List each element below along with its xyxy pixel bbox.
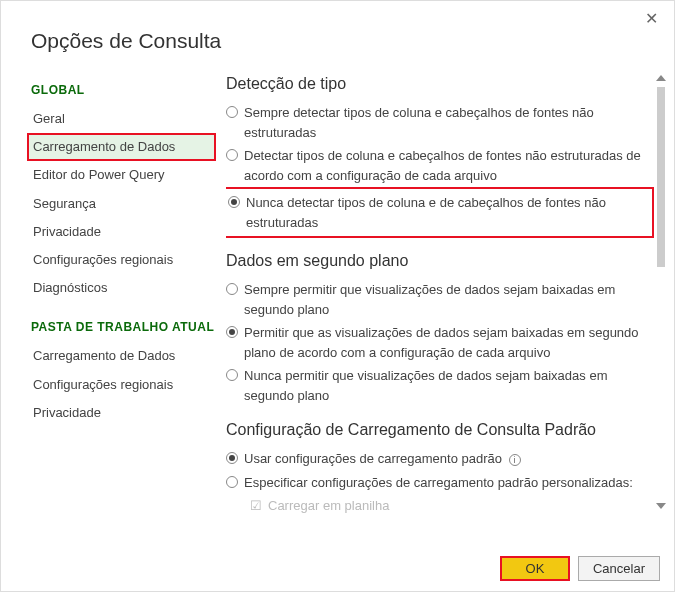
main-panel: Detecção de tipo Sempre detectar tipos d… <box>226 71 674 521</box>
dialog-title: Opções de Consulta <box>1 1 674 71</box>
radio-label: Nunca permitir que visualizações de dado… <box>244 366 654 405</box>
radio-load-custom[interactable]: Especificar configurações de carregament… <box>226 471 654 495</box>
sidebar-item-seguranca[interactable]: Segurança <box>31 190 216 218</box>
radio-icon <box>226 106 238 118</box>
sidebar-item-privacidade[interactable]: Privacidade <box>31 218 216 246</box>
radio-label: Usar configurações de carregamento padrã… <box>244 449 654 469</box>
sidebar-item-geral[interactable]: Geral <box>31 105 216 133</box>
sidebar-item-wb-config-regionais[interactable]: Configurações regionais <box>31 371 216 399</box>
radio-type-perfile[interactable]: Detectar tipos de coluna e cabeçalhos de… <box>226 144 654 187</box>
ok-button[interactable]: OK <box>500 556 570 581</box>
sidebar-header-workbook: PASTA DE TRABALHO ATUAL <box>31 320 216 334</box>
group-title-background: Dados em segundo plano <box>226 252 654 270</box>
sidebar-item-carregamento-dados[interactable]: Carregamento de Dados <box>27 133 216 161</box>
sidebar: GLOBAL Geral Carregamento de Dados Edito… <box>31 71 226 521</box>
radio-load-default[interactable]: Usar configurações de carregamento padrã… <box>226 447 654 471</box>
scroll-up-icon[interactable] <box>656 75 666 81</box>
radio-icon <box>226 326 238 338</box>
sidebar-header-global: GLOBAL <box>31 83 216 97</box>
sidebar-item-wb-carregamento[interactable]: Carregamento de Dados <box>31 342 216 370</box>
close-icon[interactable]: ✕ <box>639 7 664 30</box>
scroll-down-icon[interactable] <box>656 503 666 509</box>
cancel-button[interactable]: Cancelar <box>578 556 660 581</box>
radio-label: Detectar tipos de coluna e cabeçalhos de… <box>244 146 654 185</box>
radio-icon <box>228 196 240 208</box>
sidebar-item-config-regionais[interactable]: Configurações regionais <box>31 246 216 274</box>
scrollbar[interactable] <box>654 73 668 513</box>
radio-label: Permitir que as visualizações de dados s… <box>244 323 654 362</box>
radio-bg-always[interactable]: Sempre permitir que visualizações de dad… <box>226 278 654 321</box>
group-title-type-detection: Detecção de tipo <box>226 75 654 93</box>
group-title-default-load: Configuração de Carregamento de Consulta… <box>226 421 654 439</box>
scroll-thumb[interactable] <box>657 87 665 267</box>
info-icon[interactable]: i <box>509 454 521 466</box>
radio-label-text: Usar configurações de carregamento padrã… <box>244 451 502 466</box>
radio-icon <box>226 283 238 295</box>
radio-label: Sempre permitir que visualizações de dad… <box>244 280 654 319</box>
radio-icon <box>226 476 238 488</box>
radio-icon <box>226 149 238 161</box>
dialog-content: GLOBAL Geral Carregamento de Dados Edito… <box>1 71 674 521</box>
radio-bg-perfile[interactable]: Permitir que as visualizações de dados s… <box>226 321 654 364</box>
radio-label: Sempre detectar tipos de coluna e cabeça… <box>244 103 654 142</box>
radio-type-never[interactable]: Nunca detectar tipos de coluna e de cabe… <box>228 191 648 234</box>
radio-label: Especificar configurações de carregament… <box>244 473 654 493</box>
sidebar-item-wb-privacidade[interactable]: Privacidade <box>31 399 216 427</box>
radio-type-always[interactable]: Sempre detectar tipos de coluna e cabeça… <box>226 101 654 144</box>
radio-label: Nunca detectar tipos de coluna e de cabe… <box>246 193 648 232</box>
dialog-footer: OK Cancelar <box>500 556 660 581</box>
radio-bg-never[interactable]: Nunca permitir que visualizações de dado… <box>226 364 654 407</box>
sidebar-item-editor-power-query[interactable]: Editor do Power Query <box>31 161 216 189</box>
sidebar-item-diagnosticos[interactable]: Diagnósticos <box>31 274 216 302</box>
checkbox-icon: ☑ <box>250 496 262 516</box>
radio-icon <box>226 452 238 464</box>
checkbox-label: Carregar em planilha <box>268 496 389 516</box>
highlight-never-detect: Nunca detectar tipos de coluna e de cabe… <box>226 187 654 238</box>
radio-icon <box>226 369 238 381</box>
checkbox-load-worksheet: ☑ Carregar em planilha <box>226 494 654 518</box>
